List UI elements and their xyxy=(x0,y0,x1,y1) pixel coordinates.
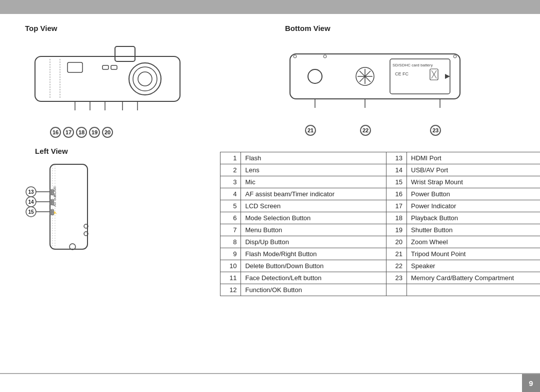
parts-table-section: 1 Flash 13 HDMI Port 2 Lens 14 USB/AV Po… xyxy=(220,152,540,296)
part-label2: Power Indicator xyxy=(407,200,540,212)
part-num: 3 xyxy=(220,176,241,188)
callout-20: 20 xyxy=(102,127,113,138)
part-label2: Speaker xyxy=(407,260,540,272)
left-view-diagram: HDMI AV out ⚡ 13 xyxy=(25,159,115,259)
part-label2 xyxy=(407,284,540,296)
part-label: Flash xyxy=(241,152,386,164)
part-num: 7 xyxy=(220,224,241,236)
callout-22: 22 xyxy=(360,125,371,136)
part-label2: Playback Button xyxy=(407,212,540,224)
part-label2: USB/AV Port xyxy=(407,164,540,176)
svg-point-2 xyxy=(129,63,161,95)
bottom-divider xyxy=(0,373,540,374)
part-label: Disp/Up Button xyxy=(241,236,386,248)
svg-point-29 xyxy=(294,55,296,58)
svg-point-31 xyxy=(454,55,456,58)
part-label2: Tripod Mount Point xyxy=(407,248,540,260)
top-view-callouts: 16 17 18 19 20 xyxy=(50,127,255,138)
part-label: Delete Button/Down Button xyxy=(241,260,386,272)
part-num2: 18 xyxy=(386,212,406,224)
part-num2: 15 xyxy=(386,176,406,188)
svg-point-3 xyxy=(133,67,157,91)
part-num2: 17 xyxy=(386,200,406,212)
bottom-view-callouts: 21 22 23 xyxy=(305,125,515,136)
part-num: 2 xyxy=(220,164,241,176)
svg-rect-41 xyxy=(50,209,54,215)
callout-18: 18 xyxy=(76,127,87,138)
part-num2: 20 xyxy=(386,236,406,248)
svg-point-4 xyxy=(138,72,152,86)
table-row: 4 AF assist beam/Timer indicator 16 Powe… xyxy=(220,188,540,200)
part-num: 8 xyxy=(220,236,241,248)
part-num: 6 xyxy=(220,212,241,224)
svg-rect-0 xyxy=(35,56,180,101)
callout-23: 23 xyxy=(430,125,441,136)
page-number: 9 xyxy=(522,374,540,392)
callout-21: 21 xyxy=(305,125,316,136)
callout-16: 16 xyxy=(50,127,61,138)
svg-text:CE FC: CE FC xyxy=(395,71,409,76)
bottom-view-title: Bottom View xyxy=(285,24,515,32)
part-label2: Shutter Button xyxy=(407,224,540,236)
svg-text:SD/SDHC card  battery: SD/SDHC card battery xyxy=(392,63,432,67)
part-num: 4 xyxy=(220,188,241,200)
top-view-section: Top View xyxy=(25,24,255,138)
part-num: 11 xyxy=(220,272,241,284)
callout-17: 17 xyxy=(63,127,74,138)
callout-19: 19 xyxy=(89,127,100,138)
part-num: 9 xyxy=(220,248,241,260)
part-label: AF assist beam/Timer indicator xyxy=(241,188,386,200)
part-label: Menu Button xyxy=(241,224,386,236)
svg-rect-40 xyxy=(50,199,54,205)
part-num: 5 xyxy=(220,200,241,212)
table-row: 9 Flash Mode/Right Button 21 Tripod Moun… xyxy=(220,248,540,260)
top-view-title: Top View xyxy=(25,24,255,32)
part-label2: Zoom Wheel xyxy=(407,236,540,248)
svg-rect-7 xyxy=(102,65,108,69)
part-label2: Wrist Strap Mount xyxy=(407,176,540,188)
part-num2: 19 xyxy=(386,224,406,236)
part-num: 1 xyxy=(220,152,241,164)
part-num2: 22 xyxy=(386,260,406,272)
svg-point-30 xyxy=(324,55,326,58)
left-view-title: Left View xyxy=(35,147,120,155)
table-row: 10 Delete Button/Down Button 22 Speaker xyxy=(220,260,540,272)
table-row: 8 Disp/Up Button 20 Zoom Wheel xyxy=(220,236,540,248)
svg-rect-39 xyxy=(50,189,54,195)
svg-rect-15 xyxy=(290,54,460,99)
svg-rect-8 xyxy=(111,65,117,69)
part-num: 12 xyxy=(220,284,241,296)
table-row: 11 Face Detection/Left button 23 Memory … xyxy=(220,272,540,284)
part-num: 10 xyxy=(220,260,241,272)
part-label: Face Detection/Left button xyxy=(241,272,386,284)
top-bar xyxy=(0,0,540,14)
svg-text:15: 15 xyxy=(28,209,34,215)
table-row: 7 Menu Button 19 Shutter Button xyxy=(220,224,540,236)
part-label2: Power Button xyxy=(407,188,540,200)
part-label: Lens xyxy=(241,164,386,176)
part-num2: 21 xyxy=(386,248,406,260)
part-num2: 23 xyxy=(386,272,406,284)
part-num2: 16 xyxy=(386,188,406,200)
bottom-view-diagram: SD/SDHC card battery CE FC xyxy=(285,36,470,121)
table-row: 3 Mic 15 Wrist Strap Mount xyxy=(220,176,540,188)
part-label: Flash Mode/Right Button xyxy=(241,248,386,260)
table-row: 5 LCD Screen 17 Power Indicator xyxy=(220,200,540,212)
table-row: 2 Lens 14 USB/AV Port xyxy=(220,164,540,176)
part-num2: 14 xyxy=(386,164,406,176)
svg-text:13: 13 xyxy=(28,189,34,195)
svg-text:14: 14 xyxy=(28,199,34,205)
part-num2 xyxy=(386,284,406,296)
part-label: LCD Screen xyxy=(241,200,386,212)
table-row: 1 Flash 13 HDMI Port xyxy=(220,152,540,164)
part-label: Function/OK Button xyxy=(241,284,386,296)
part-label: Mode Selection Button xyxy=(241,212,386,224)
part-num2: 13 xyxy=(386,152,406,164)
top-view-diagram xyxy=(25,36,195,121)
svg-marker-28 xyxy=(445,74,450,79)
svg-rect-1 xyxy=(115,46,135,61)
part-label: Mic xyxy=(241,176,386,188)
part-label2: Memory Card/Battery Compartment xyxy=(407,272,540,284)
bottom-view-section: Bottom View SD/SDHC card battery CE FC xyxy=(255,24,515,136)
table-row: 12 Function/OK Button xyxy=(220,284,540,296)
